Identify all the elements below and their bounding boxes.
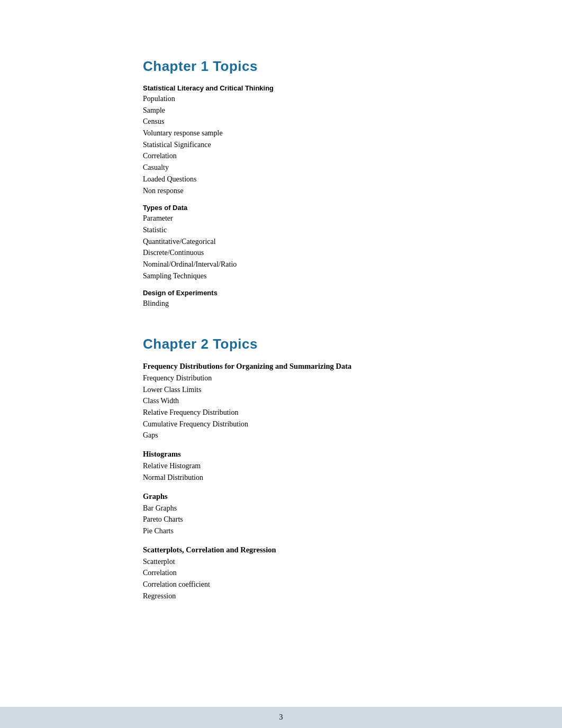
list-item: Non response: [143, 185, 456, 197]
chapter1-section-1: Types of Data Parameter Statistic Quanti…: [143, 204, 456, 281]
section-heading-graphs: Graphs: [143, 492, 456, 501]
chapter2-section-1: Histograms Relative Histogram Normal Dis…: [143, 450, 456, 483]
list-item: Correlation: [143, 150, 456, 162]
chapter1-section-2: Design of Experiments Blinding: [143, 289, 456, 310]
chapter2-section: Chapter 2 Topics Frequency Distributions…: [143, 336, 456, 602]
list-item: Normal Distribution: [143, 472, 456, 484]
list-item: Statistical Significance: [143, 139, 456, 151]
page-container: Chapter 1 Topics Statistical Literacy an…: [0, 0, 562, 728]
list-item: Pie Charts: [143, 525, 456, 537]
list-item: Correlation coefficient: [143, 579, 456, 590]
section-heading-types-of-data: Types of Data: [143, 204, 456, 212]
chapter1-section: Chapter 1 Topics Statistical Literacy an…: [143, 58, 456, 310]
section-heading-histograms: Histograms: [143, 450, 456, 459]
chapter1-section-0: Statistical Literacy and Critical Thinki…: [143, 84, 456, 196]
list-item: Correlation: [143, 567, 456, 579]
list-item: Sample: [143, 105, 456, 116]
list-item: Bar Graphs: [143, 503, 456, 514]
list-item: Cumulative Frequency Distribution: [143, 418, 456, 430]
list-item: Statistic: [143, 224, 456, 236]
list-item: Frequency Distribution: [143, 372, 456, 384]
list-item: Class Width: [143, 395, 456, 407]
section-heading-scatterplots: Scatterplots, Correlation and Regression: [143, 545, 456, 554]
content-area: Chapter 1 Topics Statistical Literacy an…: [143, 0, 562, 602]
list-item: Census: [143, 116, 456, 128]
list-item: Casualty: [143, 162, 456, 174]
list-item: Lower Class Limits: [143, 384, 456, 396]
chapter2-section-2: Graphs Bar Graphs Pareto Charts Pie Char…: [143, 492, 456, 537]
chapter2-title: Chapter 2 Topics: [143, 336, 456, 352]
list-item: Parameter: [143, 213, 456, 224]
section-heading-design-of-experiments: Design of Experiments: [143, 289, 456, 297]
list-item: Loaded Questions: [143, 174, 456, 185]
section-heading-stat-literacy: Statistical Literacy and Critical Thinki…: [143, 84, 456, 92]
list-item: Blinding: [143, 298, 456, 310]
section-heading-freq-dist: Frequency Distributions for Organizing a…: [143, 362, 456, 371]
chapter1-title: Chapter 1 Topics: [143, 58, 456, 75]
list-item: Relative Frequency Distribution: [143, 407, 456, 418]
page-number: 3: [279, 713, 283, 722]
list-item: Population: [143, 93, 456, 105]
chapter2-section-3: Scatterplots, Correlation and Regression…: [143, 545, 456, 602]
list-item: Regression: [143, 590, 456, 602]
list-item: Pareto Charts: [143, 514, 456, 525]
list-item: Voluntary response sample: [143, 128, 456, 139]
list-item: Quantitative/Categorical: [143, 236, 456, 248]
footer-bar: 3: [0, 707, 562, 728]
list-item: Gaps: [143, 430, 456, 441]
list-item: Nominal/Ordinal/Interval/Ratio: [143, 259, 456, 270]
list-item: Discrete/Continuous: [143, 247, 456, 259]
list-item: Sampling Techniques: [143, 270, 456, 282]
chapter2-section-0: Frequency Distributions for Organizing a…: [143, 362, 456, 441]
list-item: Relative Histogram: [143, 460, 456, 472]
list-item: Scatterplot: [143, 556, 456, 568]
